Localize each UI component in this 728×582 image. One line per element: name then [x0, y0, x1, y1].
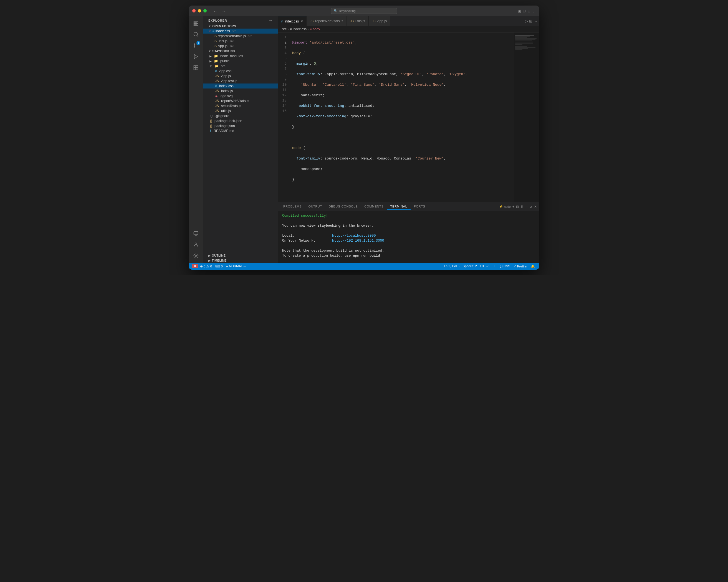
layout-icon-1[interactable]: ▣ [518, 9, 521, 13]
eol-status[interactable]: LF [491, 264, 498, 268]
activity-search[interactable] [191, 29, 201, 39]
encoding-status[interactable]: UTF-8 [478, 264, 491, 268]
breadcrumb-file[interactable]: # index.css [290, 27, 307, 31]
file-readme[interactable]: ℹ README.md [203, 128, 278, 133]
tab-bar: # index.css ✕ JS reportWebVitals.js JS u… [278, 16, 539, 26]
cursor-position-status[interactable]: Ln 2, Col 6 [442, 264, 461, 268]
close-icon[interactable]: ✕ [208, 29, 211, 33]
js-icon: JS [213, 44, 217, 48]
file-index-css[interactable]: # index.css [203, 83, 278, 88]
run-button[interactable]: ▷ [525, 19, 528, 23]
tab-close-button[interactable]: ✕ [301, 20, 303, 23]
error-warning-status[interactable]: ⊗ 0 ⚠ 0 [198, 264, 214, 268]
code-editor[interactable]: 1 2 3 4 5 6 7 8 9 10 11 12 13 14 [278, 32, 539, 202]
split-terminal-button[interactable]: ⊟ [516, 205, 519, 209]
vim-status[interactable]: X [192, 264, 198, 268]
layout-icon-3[interactable]: ⊞ [527, 9, 530, 13]
vim-mode-status[interactable]: -- NORMAL -- [225, 264, 247, 268]
panel-collapse-button[interactable]: ∧ [530, 205, 532, 209]
language-status[interactable]: { } CSS [498, 264, 512, 268]
js-icon: JS [215, 74, 219, 78]
tab-reportwebvitals[interactable]: JS reportWebVitals.js [307, 16, 347, 26]
tab-utils[interactable]: JS utils.js [347, 16, 369, 26]
minimize-button[interactable] [198, 9, 201, 12]
code-line-3: margin: 0; [292, 61, 511, 66]
sidebar-menu-button[interactable]: ··· [269, 19, 272, 22]
panel-tab-debug-console[interactable]: DEBUG CONSOLE [326, 204, 361, 210]
main-layout: 1 EXPLOR [189, 16, 539, 263]
activity-debug[interactable] [191, 52, 201, 61]
folder-src[interactable]: ▼ 📂 src [203, 63, 278, 69]
folder-name: public [220, 59, 230, 63]
terminal-content[interactable]: Compiled successfully! You can now view … [278, 211, 539, 263]
open-editor-reportwebvitals[interactable]: JS reportWebVitals.js src [203, 33, 278, 38]
open-editor-path: src [230, 39, 234, 43]
file-gitignore[interactable]: ◌ .gitignore [203, 113, 278, 118]
forward-button[interactable]: → [220, 8, 227, 14]
feedback-status[interactable]: 🔔 [529, 264, 536, 268]
tab-app-js[interactable]: JS App.js [369, 16, 391, 26]
file-package-json[interactable]: {} package.json [203, 124, 278, 128]
more-actions-button[interactable]: ··· [534, 19, 537, 23]
activity-extensions[interactable] [191, 63, 201, 73]
maximize-button[interactable] [203, 9, 207, 12]
json-icon: {} [210, 119, 212, 123]
activity-settings[interactable] [191, 251, 201, 261]
file-app-css[interactable]: # App.css [203, 69, 278, 74]
open-editor-index-css[interactable]: ✕ # index.css src [203, 29, 278, 33]
project-section[interactable]: ▼ STAYBOOKING [203, 49, 278, 54]
panel-tab-comments[interactable]: COMMENTS [361, 204, 387, 210]
panel-more-button[interactable]: ··· [525, 205, 528, 209]
folder-icon: 📂 [214, 64, 218, 68]
activity-source-control[interactable]: 1 [191, 41, 201, 51]
open-editor-app[interactable]: JS App.js src [203, 44, 278, 49]
activity-remote[interactable] [191, 229, 201, 239]
code-content[interactable]: @import 'antd/dist/reset.css'; body { ma… [289, 32, 511, 202]
file-package-lock[interactable]: {} package-lock.json [203, 118, 278, 124]
file-setuptests[interactable]: JS setupTests.js [203, 104, 278, 108]
panel-tab-bar: PROBLEMS OUTPUT DEBUG CONSOLE COMMENTS T… [278, 202, 539, 211]
file-app-js[interactable]: JS App.js [203, 74, 278, 79]
layout-icon-2[interactable]: ⊟ [523, 9, 526, 13]
activity-explorer[interactable] [191, 18, 201, 28]
file-utils-js[interactable]: JS utils.js [203, 108, 278, 113]
panel-tab-terminal[interactable]: TERMINAL [387, 204, 411, 210]
file-app-test[interactable]: JS App.test.js [203, 79, 278, 83]
app-window: ← → 🔍 staybooking ▣ ⊟ ⊞ ⋮ 1 [189, 5, 539, 270]
breadcrumb-symbol[interactable]: ⎈ body [310, 27, 320, 31]
git-icon: ◌ [210, 114, 213, 118]
open-editor-path: src [248, 34, 252, 38]
folder-node-modules[interactable]: ▶ 📁 node_modules [203, 54, 278, 58]
scrollbar[interactable] [511, 32, 514, 202]
search-bar[interactable]: 🔍 staybooking [331, 8, 397, 14]
layout-icon-4[interactable]: ⋮ [532, 9, 536, 13]
file-index-js[interactable]: JS index.js [203, 88, 278, 94]
project-arrow: ▼ [208, 50, 211, 53]
prettier-status[interactable]: ✓ Prettier [512, 264, 529, 268]
file-reportwebvitals[interactable]: JS reportWebVitals.js [203, 99, 278, 104]
timeline-section[interactable]: ▶ TIMELINE [203, 258, 278, 263]
new-terminal-button[interactable]: + [513, 205, 514, 209]
panel-tab-ports[interactable]: PORTS [411, 204, 428, 210]
file-name: App.css [219, 69, 231, 73]
svg-rect-5 [194, 66, 196, 68]
kill-terminal-button[interactable]: 🗑 [520, 205, 524, 209]
open-editor-utils[interactable]: JS utils.js src [203, 38, 278, 44]
outline-section[interactable]: ▶ OUTLINE [203, 253, 278, 258]
panel-tab-problems[interactable]: PROBLEMS [280, 204, 305, 210]
file-logo-svg[interactable]: ◈ logo.svg [203, 94, 278, 99]
tab-index-css[interactable]: # index.css ✕ [278, 16, 307, 26]
folder-public[interactable]: ▶ 📁 public [203, 58, 278, 63]
panel-close-button[interactable]: ✕ [534, 205, 537, 209]
extension-status[interactable]: ⌨ 0 [214, 264, 225, 268]
panel-tab-output[interactable]: OUTPUT [305, 204, 325, 210]
file-name: package-lock.json [214, 119, 242, 123]
split-editor-button[interactable]: ⊞ [529, 19, 532, 23]
spaces-status[interactable]: Spaces: 2 [461, 264, 478, 268]
close-button[interactable] [192, 9, 196, 12]
breadcrumb-src[interactable]: src [282, 27, 287, 31]
open-editors-section[interactable]: ▼ OPEN EDITORS [203, 24, 278, 29]
terminal-line-blank2 [282, 228, 535, 233]
activity-profile[interactable] [191, 240, 201, 250]
back-button[interactable]: ← [212, 8, 218, 14]
